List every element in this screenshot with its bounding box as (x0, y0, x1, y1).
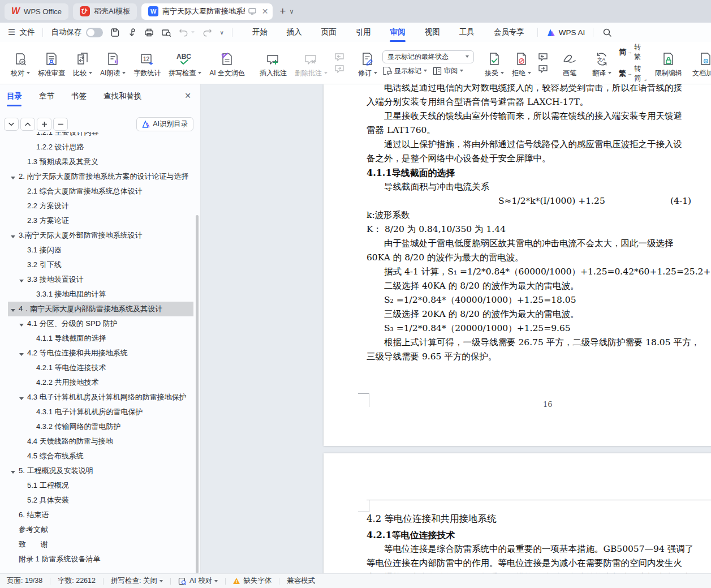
toc-item[interactable]: 4.5 综合布线系统 (8, 449, 193, 463)
open-in-window-icon[interactable] (248, 8, 256, 15)
toc-item[interactable]: 6. 结束语 (8, 508, 193, 522)
wps-ai-button[interactable]: WPS AI (546, 28, 585, 37)
sidebar-close-icon[interactable] (184, 91, 191, 100)
toc-collapse-arrow-icon[interactable] (11, 305, 19, 314)
autosave-toggle[interactable] (86, 28, 103, 37)
group-expand-icon[interactable]: ⌟ (644, 76, 647, 81)
toc-item[interactable]: 致 谢 (8, 537, 193, 552)
toc-item[interactable]: 4.1.1 导线截面的选择 (8, 331, 193, 346)
tab-list-chevron-icon[interactable] (289, 8, 294, 15)
document-page-17[interactable]: 4.2 等电位连接和共用接地系统4.2.1等电位连接技术等电位连接是综合防雷系统… (324, 453, 711, 573)
print-icon[interactable] (144, 28, 154, 37)
hamburger-icon[interactable] (8, 27, 15, 37)
toc-item[interactable]: 参考文献 (8, 522, 193, 537)
toc-item[interactable]: 3.南宁天际大厦外部防雷接地系统设计 (8, 228, 193, 243)
menu-item-0[interactable]: 开始 (243, 23, 277, 42)
print-preview-icon[interactable] (161, 28, 171, 37)
toc-item[interactable]: 2.3 方案论证 (8, 213, 193, 228)
toc-item[interactable]: 4．南宁天际大厦内部防雷接地系统及其设计 (8, 302, 193, 316)
collapse-all-button[interactable] (20, 118, 35, 131)
autosave-control[interactable]: 自动保存 (51, 27, 103, 37)
toc-item[interactable]: 4.3.1 电子计算机机房的雷电保护 (8, 405, 193, 419)
document-page-16[interactable]: 电话线是通过电信的大对数电缆接入的，较容易受到雷击，所以在语音线的接入端分别安装… (324, 84, 711, 446)
toc-collapse-arrow-icon[interactable] (19, 320, 27, 328)
previous-change-icon[interactable] (538, 53, 548, 61)
toc-item[interactable]: 4.4 天馈线路的防雷与接地 (8, 434, 193, 449)
toc-item[interactable]: 4.2 等电位连接和共用接地系统 (8, 346, 193, 360)
sidebar-tab-1[interactable]: 章节 (39, 91, 54, 103)
toc-item[interactable]: 1.3 预期成果及其意义 (8, 154, 193, 169)
spell-check-button[interactable]: ABC 拼写检查 (165, 42, 205, 84)
file-menu[interactable]: 文件 (19, 27, 35, 37)
zoom-out-level-button[interactable] (53, 118, 68, 131)
missing-font-warning[interactable]: 缺失字体 (230, 576, 275, 586)
proofread-button[interactable]: 校对 (7, 42, 34, 84)
translate-button[interactable]: 文A 翻译 (588, 42, 615, 84)
insert-comment-button[interactable]: 插入批注 (256, 42, 291, 84)
toc-collapse-arrow-icon[interactable] (19, 276, 27, 284)
save-icon[interactable] (110, 28, 120, 37)
toc-item[interactable]: 4.3.2 传输网络的雷电防护 (8, 419, 193, 434)
search-icon[interactable] (602, 28, 612, 37)
spellcheck-status[interactable]: 拼写检查: 关闭 (107, 576, 166, 586)
menu-item-5[interactable]: 视图 (415, 23, 450, 42)
compare-button[interactable]: 比较 (69, 42, 96, 84)
menu-item-6[interactable]: 工具 (450, 23, 484, 42)
quick-access-chevron-icon[interactable] (219, 29, 223, 36)
toc-collapse-arrow-icon[interactable] (11, 173, 19, 181)
show-markup-button[interactable]: 显示标记 (382, 66, 427, 76)
toc-item[interactable]: 4.1 分区、分级的 SPD 防护 (8, 316, 193, 331)
toc-item[interactable]: 5.2 具体安装 (8, 493, 193, 508)
markup-state-select[interactable]: 显示标记的最终状态 (382, 50, 474, 63)
word-count-button[interactable]: 12 字数统计 (130, 42, 165, 84)
ai-read-aloud-button[interactable]: AI朗读 (96, 42, 130, 84)
sidebar-scrollbar[interactable] (196, 215, 199, 573)
toc-item[interactable]: 3.2 引下线 (8, 257, 193, 272)
document-canvas[interactable]: 电话线是通过电信的大对数电缆接入的，较容易受到雷击，所以在语音线的接入端分别安装… (201, 84, 711, 573)
toc-item[interactable]: 5.1 工程概况 (8, 478, 193, 493)
doc-encrypt-button[interactable]: 文档加密 (686, 42, 711, 84)
menu-item-4[interactable]: 审阅 (381, 23, 415, 42)
toc-item[interactable]: 2.2 方案设计 (8, 199, 193, 213)
toc-collapse-arrow-icon[interactable] (11, 467, 19, 475)
toc-item[interactable]: 3.1 接闪器 (8, 243, 193, 257)
export-pdf-icon[interactable] (127, 28, 137, 37)
standard-review-button[interactable]: 标准审查 (34, 42, 69, 84)
zoom-in-level-button[interactable] (37, 118, 51, 131)
next-change-icon[interactable] (538, 65, 548, 73)
to-simplified-button[interactable]: 繁 → 转简 (619, 64, 641, 83)
expand-all-button[interactable] (4, 118, 19, 131)
menu-item-3[interactable]: 引用 (346, 23, 381, 42)
reject-button[interactable]: 拒绝 (508, 42, 535, 84)
toc-item[interactable]: 1.2.2 设计思路 (8, 140, 193, 154)
menu-item-7[interactable]: 会员专享 (484, 23, 534, 42)
toc-item[interactable]: 4.3 电子计算机机房及计算机网络的防雷接地保护 (8, 390, 193, 405)
tab-document[interactable]: W 南宁天际大夏防雷接地系统设 (141, 3, 273, 20)
restrict-edit-button[interactable]: 限制编辑 (651, 42, 686, 84)
close-tab-icon[interactable] (262, 7, 269, 16)
tab-daoke-templates[interactable]: 稻壳AI模板 (73, 3, 137, 20)
new-tab-button[interactable] (279, 5, 286, 18)
sidebar-tab-2[interactable]: 书签 (71, 91, 87, 103)
toc-item[interactable]: 3.3.1 接地电阻的计算 (8, 287, 193, 302)
sidebar-tab-3[interactable]: 查找和替换 (104, 91, 142, 103)
toc-collapse-arrow-icon[interactable] (19, 393, 27, 402)
ai-polish-button[interactable]: AI 全文润色 (205, 42, 249, 84)
toc-collapse-arrow-icon[interactable] (19, 349, 27, 358)
toc-item[interactable]: 2.1 综合大厦防雷接地系统总体设计 (8, 184, 193, 199)
track-changes-button[interactable]: 修订 (354, 42, 381, 84)
review-pane-button[interactable]: 审阅 (433, 66, 463, 76)
accept-button[interactable]: 接受 (481, 42, 508, 84)
toc-item[interactable]: 2. 南宁天际大厦防雷接地系统方案的设计论证与选择 (8, 169, 193, 184)
sidebar-tab-0[interactable]: 目录 (7, 91, 22, 103)
toc-item[interactable]: 3.3 接地装置设计 (8, 272, 193, 287)
toc-item[interactable]: 4.2.2 共用接地技术 (8, 375, 193, 390)
brush-button[interactable]: 画笔 (558, 42, 581, 84)
menu-item-2[interactable]: 页面 (312, 23, 346, 42)
ai-proofread-status[interactable]: AI 校对 (175, 576, 221, 586)
tab-wps-office[interactable]: W WPS Office (5, 3, 68, 20)
menu-item-1[interactable]: 插入 (277, 23, 312, 42)
toc-item[interactable]: 4.2.1 等电位连接技术 (8, 360, 193, 375)
toc-item[interactable]: 附录 1 防雷系统设备清单 (8, 552, 193, 566)
to-traditional-button[interactable]: 简 → 转繁 (619, 42, 641, 62)
